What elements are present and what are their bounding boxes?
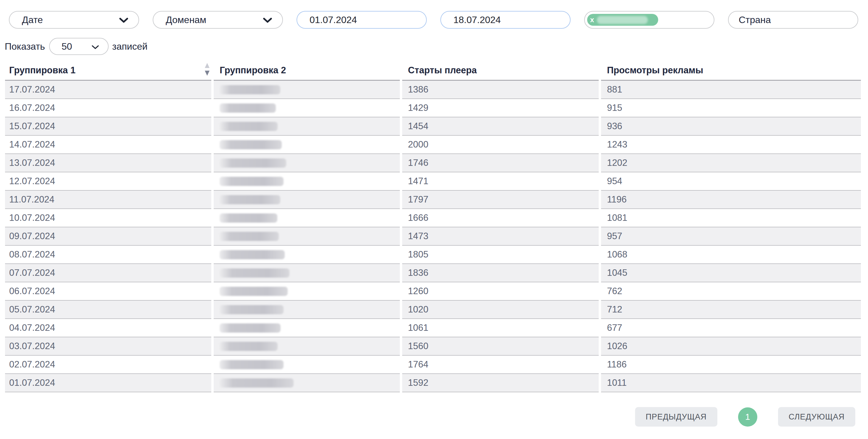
cell-ad-views: 1196 xyxy=(601,191,861,209)
cell-group2 xyxy=(214,172,400,191)
cell-group2 xyxy=(214,81,400,99)
cell-ad-views: 957 xyxy=(601,227,861,246)
cell-player-starts: 1471 xyxy=(402,172,599,191)
chevron-down-icon xyxy=(119,14,128,26)
cell-group1: 06.07.2024 xyxy=(5,282,211,301)
column-header-player-starts[interactable]: Старты плеера xyxy=(402,61,599,81)
domain-tag-chip: x xyxy=(587,14,658,26)
cell-group1: 10.07.2024 xyxy=(5,209,211,227)
cell-group1: 11.07.2024 xyxy=(5,191,211,209)
redacted-domain-bar xyxy=(220,268,289,278)
country-field-wrap xyxy=(728,11,858,29)
cell-ad-views: 1068 xyxy=(601,246,861,264)
table-row: 13.07.202417461202 xyxy=(5,154,861,172)
cell-ad-views: 712 xyxy=(601,301,861,319)
redacted-domain-bar xyxy=(220,177,283,186)
cell-group2 xyxy=(214,301,400,319)
redacted-domain-bar xyxy=(220,250,285,259)
cell-ad-views: 915 xyxy=(601,99,861,117)
table-row: 14.07.202420001243 xyxy=(5,136,861,154)
redacted-domain-bar xyxy=(220,324,281,333)
column-header-ad-views[interactable]: Просмотры рекламы xyxy=(601,61,861,81)
cell-group2 xyxy=(214,227,400,246)
table-row: 17.07.20241386881 xyxy=(5,81,861,99)
redacted-domain-bar xyxy=(220,287,288,296)
cell-group2 xyxy=(214,319,400,337)
table-row: 12.07.20241471954 xyxy=(5,172,861,191)
cell-ad-views: 762 xyxy=(601,282,861,301)
cell-group1: 02.07.2024 xyxy=(5,356,211,374)
date-from-field[interactable] xyxy=(297,11,426,28)
pagination: ПРЕДЫДУЩАЯ 1 СЛЕДУЮЩАЯ xyxy=(5,407,855,427)
current-page-indicator[interactable]: 1 xyxy=(738,407,757,427)
redacted-domain-bar xyxy=(220,378,293,387)
redacted-domain-bar xyxy=(220,232,279,241)
cell-group2 xyxy=(214,99,400,117)
next-page-button[interactable]: СЛЕДУЮЩАЯ xyxy=(778,407,855,427)
cell-group2 xyxy=(214,246,400,264)
filters-bar: Дате Доменам x xyxy=(9,11,863,29)
cell-group2 xyxy=(214,191,400,209)
table-row: 07.07.202418361045 xyxy=(5,264,861,282)
stats-table: Группировка 1 Группировка 2 Старты плеер… xyxy=(3,61,863,392)
country-field[interactable] xyxy=(728,11,858,28)
cell-group1: 03.07.2024 xyxy=(5,337,211,356)
cell-player-starts: 1592 xyxy=(402,374,599,392)
table-row: 05.07.20241020712 xyxy=(5,301,861,319)
redacted-domain-bar xyxy=(220,140,282,149)
cell-ad-views: 954 xyxy=(601,172,861,191)
cell-player-starts: 1805 xyxy=(402,246,599,264)
group-field-dropdown[interactable]: Доменам xyxy=(153,11,283,29)
date-to-field-wrap xyxy=(440,11,570,29)
redacted-domain-bar xyxy=(220,85,280,94)
table-body: 17.07.2024138688116.07.2024142991515.07.… xyxy=(5,81,861,392)
cell-player-starts: 1764 xyxy=(402,356,599,374)
cell-player-starts: 1386 xyxy=(402,81,599,99)
cell-player-starts: 1473 xyxy=(402,227,599,246)
sort-field-dropdown-label: Дате xyxy=(22,14,43,26)
date-from-field-wrap xyxy=(297,11,427,29)
tag-remove-icon[interactable]: x xyxy=(590,16,594,23)
table-row: 11.07.202417971196 xyxy=(5,191,861,209)
table-row: 03.07.202415601026 xyxy=(5,337,861,356)
cell-ad-views: 1186 xyxy=(601,356,861,374)
domain-filter-input[interactable]: x xyxy=(584,11,714,29)
cell-player-starts: 1260 xyxy=(402,282,599,301)
table-row: 06.07.20241260762 xyxy=(5,282,861,301)
column-header-ad-views-label: Просмотры рекламы xyxy=(607,65,703,75)
page-size-value: 50 xyxy=(62,41,72,52)
sort-icon[interactable] xyxy=(205,63,210,78)
column-header-group2[interactable]: Группировка 2 xyxy=(214,61,400,81)
table-row: 16.07.20241429915 xyxy=(5,99,861,117)
table-header-row: Группировка 1 Группировка 2 Старты плеер… xyxy=(5,61,861,81)
table-row: 15.07.20241454936 xyxy=(5,117,861,136)
chevron-down-icon xyxy=(91,41,99,52)
page-size-select[interactable]: 50 xyxy=(49,38,108,55)
cell-group1: 05.07.2024 xyxy=(5,301,211,319)
cell-player-starts: 1666 xyxy=(402,209,599,227)
date-to-field[interactable] xyxy=(441,11,570,28)
cell-group2 xyxy=(214,264,400,282)
cell-ad-views: 1045 xyxy=(601,264,861,282)
cell-group1: 16.07.2024 xyxy=(5,99,211,117)
table-row: 04.07.20241061677 xyxy=(5,319,861,337)
redacted-domain-bar xyxy=(220,195,280,204)
cell-group2 xyxy=(214,337,400,356)
cell-player-starts: 1836 xyxy=(402,264,599,282)
cell-ad-views: 881 xyxy=(601,81,861,99)
column-header-group1[interactable]: Группировка 1 xyxy=(5,61,211,81)
previous-page-button[interactable]: ПРЕДЫДУЩАЯ xyxy=(635,407,717,427)
cell-ad-views: 1026 xyxy=(601,337,861,356)
page-size-label-before: Показать xyxy=(5,41,45,52)
sort-field-dropdown[interactable]: Дате xyxy=(9,11,139,29)
table-row: 10.07.202416661081 xyxy=(5,209,861,227)
redacted-domain-value xyxy=(597,16,648,24)
cell-player-starts: 1061 xyxy=(402,319,599,337)
column-header-group2-label: Группировка 2 xyxy=(220,65,286,75)
cell-group2 xyxy=(214,356,400,374)
page-size-label-after: записей xyxy=(112,41,147,52)
cell-group2 xyxy=(214,136,400,154)
redacted-domain-bar xyxy=(220,159,286,168)
cell-ad-views: 936 xyxy=(601,117,861,136)
redacted-domain-bar xyxy=(220,122,278,131)
